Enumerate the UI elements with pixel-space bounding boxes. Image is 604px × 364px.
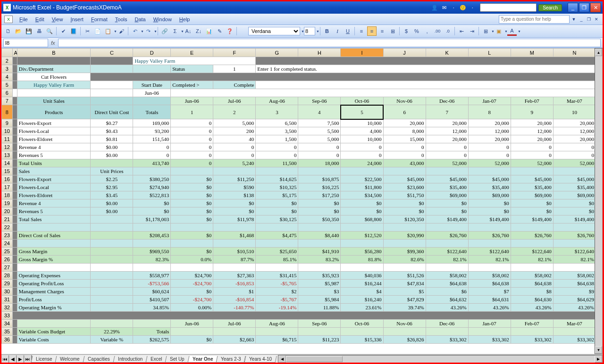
- bold-button[interactable]: B: [322, 26, 332, 36]
- doc-minimize-button[interactable]: _: [578, 16, 585, 23]
- sort-desc-button[interactable]: Z↓: [194, 26, 203, 36]
- align-left-button[interactable]: ≡: [357, 26, 366, 36]
- font-color-button[interactable]: A: [507, 26, 517, 36]
- minimize-button[interactable]: _: [568, 3, 578, 12]
- fill-color-button[interactable]: ▣: [494, 26, 503, 36]
- help-dropdown-icon[interactable]: ▼: [570, 16, 577, 23]
- menu-help[interactable]: Help: [176, 15, 194, 24]
- msn-mail-icon[interactable]: ✉: [440, 4, 448, 11]
- titlebar-msn-icons: 👤 ✉ · 🙂 ·: [431, 4, 476, 11]
- menu-bar: X File Edit View Insert Format Tools Dat…: [1, 14, 603, 25]
- maximize-button[interactable]: ❐: [579, 3, 589, 12]
- formula-input[interactable]: [58, 39, 601, 47]
- research-button[interactable]: 📘: [69, 26, 78, 36]
- sheet-tab[interactable]: Introduction: [113, 356, 147, 363]
- undo-button[interactable]: ↶: [130, 26, 140, 36]
- name-box[interactable]: I8: [3, 39, 48, 47]
- font-selector[interactable]: Verdana: [248, 27, 300, 35]
- spellcheck-button[interactable]: ✔: [59, 26, 68, 36]
- percent-button[interactable]: %: [412, 26, 421, 36]
- borders-button[interactable]: ⊞: [481, 26, 490, 36]
- font-size-input[interactable]: [304, 27, 315, 35]
- paste-button[interactable]: 📋: [103, 26, 113, 36]
- menu-window[interactable]: Window: [150, 15, 176, 24]
- sheet-tab[interactable]: Set Up: [165, 356, 190, 363]
- doc-close-button[interactable]: ✕: [593, 16, 600, 23]
- underline-button[interactable]: U: [343, 26, 352, 36]
- tab-nav-last[interactable]: ⏭: [24, 355, 32, 363]
- redo-button[interactable]: ↷: [143, 26, 153, 36]
- sheet-tab[interactable]: Year One: [187, 356, 218, 363]
- autosum-button[interactable]: Σ: [170, 26, 180, 36]
- help-button[interactable]: ❓: [225, 26, 235, 36]
- menu-edit[interactable]: Edit: [32, 15, 48, 24]
- sheet-tab[interactable]: Capacities: [83, 356, 115, 363]
- msn-buddy-icon[interactable]: 🙂: [459, 4, 467, 11]
- fx-icon[interactable]: fx: [48, 40, 58, 46]
- save-button[interactable]: 💾: [24, 26, 34, 36]
- sheet-tab[interactable]: Excel: [145, 356, 167, 363]
- msn-search-input[interactable]: [480, 3, 537, 12]
- align-right-button[interactable]: ≡: [378, 26, 387, 36]
- menu-tools[interactable]: Tools: [111, 15, 131, 24]
- increase-indent-button[interactable]: ⇥: [467, 26, 477, 36]
- window-title: Microsoft Excel - BudgetForecastsXDemoA: [13, 4, 122, 11]
- tab-nav-prev[interactable]: ◀: [9, 355, 17, 363]
- workbook-icon[interactable]: X: [4, 16, 13, 23]
- decrease-indent-button[interactable]: ⇤: [457, 26, 466, 36]
- close-button[interactable]: ✕: [590, 3, 601, 12]
- decrease-decimal-button[interactable]: .0: [443, 26, 453, 36]
- tab-nav-first[interactable]: ⏮: [1, 355, 9, 363]
- increase-decimal-button[interactable]: .00: [433, 26, 442, 36]
- standard-toolbar: 🗋 📂 💾 🖶 🔍 ✔ 📘 ✂ 📄 📋▼ 🖌 ↶▼ ↷▼ 🔗 Σ▼ A↓ Z↓ …: [1, 25, 603, 38]
- italic-button[interactable]: I: [333, 26, 342, 36]
- sheet-tab[interactable]: License: [31, 356, 57, 363]
- column-headers[interactable]: A B C D E F G H I J K L M N: [2, 49, 596, 57]
- print-preview-button[interactable]: 🔍: [45, 26, 54, 36]
- horizontal-scrollbar[interactable]: ◀▶: [278, 355, 603, 363]
- vertical-scrollbar[interactable]: ▲▼: [595, 48, 603, 354]
- menu-format[interactable]: Format: [87, 15, 111, 24]
- title-bar: X Microsoft Excel - BudgetForecastsXDemo…: [1, 1, 603, 14]
- new-button[interactable]: 🗋: [3, 26, 13, 36]
- chart-button[interactable]: 📊: [204, 26, 214, 36]
- msn-people-icon[interactable]: 👤: [431, 4, 438, 11]
- excel-icon: X: [3, 4, 11, 11]
- menu-insert[interactable]: Insert: [67, 15, 87, 24]
- select-all-corner[interactable]: [2, 49, 13, 57]
- menu-file[interactable]: File: [16, 15, 32, 24]
- align-center-button[interactable]: ≡: [367, 26, 377, 36]
- selected-cell[interactable]: 5: [341, 105, 383, 119]
- currency-button[interactable]: $: [402, 26, 411, 36]
- menu-data[interactable]: Data: [131, 15, 149, 24]
- spreadsheet-grid[interactable]: A B C D E F G H I J K L M N 2Happy Valle…: [1, 48, 596, 344]
- sheet-tab[interactable]: Years 2-3: [216, 356, 246, 363]
- formula-bar: I8 fx: [1, 38, 603, 48]
- sort-asc-button[interactable]: A↓: [184, 26, 193, 36]
- sheet-tab[interactable]: Years 4-10: [244, 356, 277, 363]
- hyperlink-button[interactable]: 🔗: [160, 26, 169, 36]
- sheet-tab-strip: ⏮ ◀ ▶ ⏭ LicenseWelcomeCapacitiesIntroduc…: [1, 354, 603, 364]
- merge-button[interactable]: ⊞: [388, 26, 397, 36]
- doc-restore-button[interactable]: ❐: [586, 16, 592, 23]
- format-painter-button[interactable]: 🖌: [117, 26, 126, 36]
- copy-button[interactable]: 📄: [93, 26, 102, 36]
- open-button[interactable]: 📂: [14, 26, 23, 36]
- menu-view[interactable]: View: [48, 15, 67, 24]
- msn-search-button[interactable]: Search: [538, 4, 562, 11]
- drawing-button[interactable]: ✎: [215, 26, 224, 36]
- cut-button[interactable]: ✂: [83, 26, 92, 36]
- print-button[interactable]: 🖶: [34, 26, 44, 36]
- help-search-input[interactable]: [499, 15, 570, 24]
- comma-button[interactable]: ,: [422, 26, 432, 36]
- tab-nav-next[interactable]: ▶: [17, 355, 24, 363]
- sheet-tab[interactable]: Welcome: [55, 356, 84, 363]
